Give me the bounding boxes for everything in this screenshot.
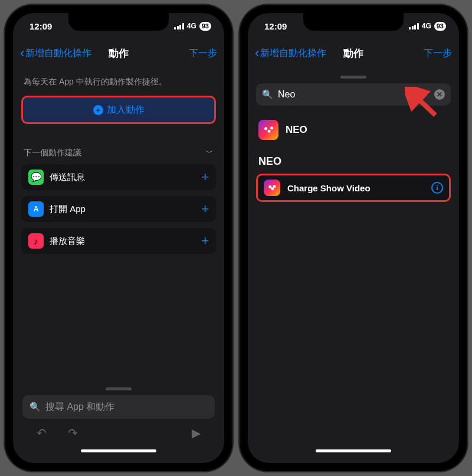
page-title: 動作 [109,47,129,60]
suggestion-send-message[interactable]: 💬 傳送訊息 + [21,164,216,190]
spacer [256,202,451,447]
undo-icon[interactable]: ↶ [37,426,47,440]
status-right: 4G 93 [409,22,446,31]
nav-bar: ‹ 新增自動化操作 動作 下一步 [248,39,459,67]
page-title: 動作 [343,47,363,60]
redo-icon[interactable]: ↷ [68,426,78,440]
signal-icon [174,23,184,30]
search-field[interactable]: 🔍 Neo ✕ [256,83,451,106]
suggestion-label: 播放音樂 [50,236,195,247]
home-indicator[interactable] [316,449,391,452]
network-type: 4G [422,22,431,30]
search-icon: 🔍 [262,89,273,100]
chevron-down-icon: ﹀ [205,148,214,158]
clear-search-icon[interactable]: ✕ [434,89,445,100]
messages-icon: 💬 [28,169,44,185]
home-indicator[interactable] [81,449,156,452]
notch [303,13,404,31]
back-button[interactable]: ‹ 新增自動化操作 [20,47,91,60]
notch [68,13,169,31]
search-input-value: Neo [278,89,295,100]
sheet-grabber[interactable] [106,387,132,390]
content-left: 為每天在 App 中執行的動作製作捷徑。 + 加入動作 下一個動作建議 ﹀ 💬 … [13,67,224,463]
signal-icon [409,23,419,30]
status-time: 12:09 [264,21,287,31]
phone-right: 12:09 4G 93 ‹ 新增自動化操作 動作 下一步 🔍 Neo ✕ [240,5,467,471]
neo-app-icon [264,180,280,196]
spacer [21,260,216,384]
nav-bar: ‹ 新增自動化操作 動作 下一步 [13,39,224,67]
network-type: 4G [187,22,196,30]
add-action-button[interactable]: + 加入動作 [21,96,216,124]
content-right: 🔍 Neo ✕ NEO NEO Charge Show Video i [248,67,459,463]
intro-text: 為每天在 App 中執行的動作製作捷徑。 [21,73,216,96]
search-icon: 🔍 [30,402,41,412]
battery-icon: 93 [199,22,211,31]
plus-circle-icon: + [93,105,103,115]
app-result-label: NEO [286,124,307,136]
suggestions-header[interactable]: 下一個動作建議 ﹀ [21,145,216,164]
section-title-neo: NEO [256,151,451,174]
open-app-icon: A [28,201,44,217]
next-button[interactable]: 下一步 [424,47,452,60]
screen-left: 12:09 4G 93 ‹ 新增自動化操作 動作 下一步 為每天在 App 中執… [13,13,224,463]
add-icon[interactable]: + [201,233,209,249]
add-icon[interactable]: + [201,201,209,217]
suggestion-label: 打開 App [50,204,195,215]
add-action-label: 加入動作 [107,104,145,116]
back-label: 新增自動化操作 [25,47,91,60]
suggestion-play-music[interactable]: ♪ 播放音樂 + [21,228,216,254]
search-actions-field[interactable]: 🔍 搜尋 App 和動作 [22,395,215,419]
app-result-neo[interactable]: NEO [256,116,451,151]
phone-left: 12:09 4G 93 ‹ 新增自動化操作 動作 下一步 為每天在 App 中執… [5,5,232,471]
suggestion-open-app[interactable]: A 打開 App + [21,196,216,222]
suggestions-title: 下一個動作建議 [24,148,81,158]
back-button[interactable]: ‹ 新增自動化操作 [255,47,326,60]
status-time: 12:09 [30,21,52,31]
music-icon: ♪ [28,233,44,249]
next-button[interactable]: 下一步 [189,47,217,60]
info-icon[interactable]: i [431,182,443,194]
neo-app-icon [258,120,278,140]
bottom-toolbar: ↶ ↷ ▶ [21,419,216,447]
play-icon[interactable]: ▶ [192,426,201,440]
back-label: 新增自動化操作 [260,47,326,60]
search-placeholder: 搜尋 App 和動作 [45,401,114,413]
battery-icon: 93 [434,22,446,31]
status-right: 4G 93 [174,22,211,31]
add-icon[interactable]: + [201,169,209,185]
chevron-left-icon: ‹ [255,47,259,60]
action-charge-show-video[interactable]: Charge Show Video i [256,174,451,202]
sheet-grabber[interactable] [340,76,366,79]
suggestion-label: 傳送訊息 [50,172,195,183]
chevron-left-icon: ‹ [20,47,24,60]
screen-right: 12:09 4G 93 ‹ 新增自動化操作 動作 下一步 🔍 Neo ✕ [248,13,459,463]
action-label: Charge Show Video [287,183,424,193]
